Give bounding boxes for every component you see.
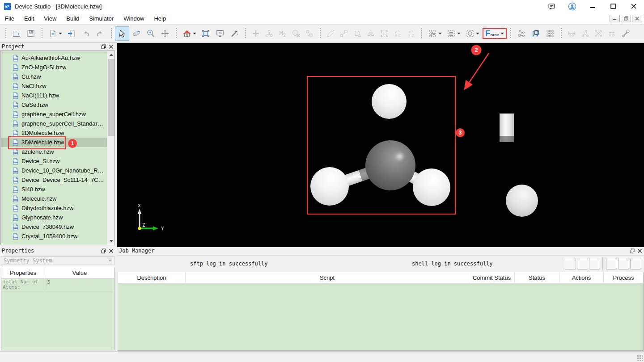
job-manager-float-button[interactable] [630, 248, 635, 253]
redo-button[interactable] [93, 26, 107, 41]
zoom-tool-button[interactable] [144, 26, 158, 41]
project-file-device-device-sc111-14-7cnt-[interactable]: hzwDevice_Device_Sc111-14_7CNT... [1, 175, 114, 185]
redo-icon [96, 29, 105, 38]
chevron-down-icon[interactable] [476, 33, 479, 34]
undo-button[interactable] [79, 26, 93, 41]
properties-close-button[interactable] [109, 248, 114, 253]
auto-build-tool-button[interactable] [227, 26, 242, 41]
atom-hydrogen-back[interactable] [506, 185, 538, 217]
menu-window[interactable]: Window [119, 13, 149, 24]
project-file-nacl-111-hzw[interactable]: hzwNaCl(111).hzw [1, 91, 114, 100]
project-file-graphene-supercell-standardi-[interactable]: hzwgraphene_superCell_Standardi... [1, 119, 114, 128]
project-file-au-alkanethiol-au-hzw[interactable]: hzwAu-Alkanethiol-Au.hzw [1, 53, 114, 63]
hzw-file-icon: hzw [12, 92, 19, 99]
properties-float-button[interactable] [101, 248, 106, 253]
close-button[interactable] [623, 0, 644, 13]
mdi-restore-button[interactable] [621, 15, 631, 22]
project-file-glyphosate-hzw[interactable]: hzwGlyphosate.hzw [1, 213, 114, 222]
chevron-down-icon[interactable] [438, 33, 442, 34]
fit-screen-tool-icon [216, 29, 225, 38]
pan-tool-button[interactable] [158, 26, 172, 41]
hzw-file-icon: hzw [12, 130, 19, 137]
chevron-down-icon[interactable] [457, 33, 461, 34]
rotate-atoms-icon [353, 29, 362, 38]
menu-simulator[interactable]: Simulator [84, 13, 119, 24]
chevron-down-icon[interactable] [59, 33, 62, 34]
chevron-down-icon[interactable] [193, 33, 196, 34]
symmetry-system-select[interactable]: Symmetry System [1, 256, 114, 265]
build-bond-icon [621, 29, 630, 38]
project-file-device-10-0gr-nanotube-red-[interactable]: hzwDevice_10_0Gr_Nanotube_Red... [1, 166, 114, 175]
measure-ab-icon: AB [607, 29, 616, 38]
menu-edit[interactable]: Edit [19, 13, 39, 24]
chevron-down-icon[interactable] [500, 33, 504, 34]
minimize-button[interactable] [582, 0, 603, 13]
project-file-azulene-hzw[interactable]: hzwazulene.hzw [1, 147, 114, 156]
build-bond-button[interactable] [619, 26, 633, 41]
select-region-tool-button[interactable] [199, 26, 213, 41]
import-file-button[interactable] [64, 26, 79, 41]
settings-gear-button[interactable] [606, 258, 617, 269]
main-toolbar: ABAB–CXY–ZForceAB [0, 25, 644, 43]
menu-build[interactable]: Build [61, 13, 84, 24]
atom-hydrogen-top[interactable] [372, 84, 407, 119]
project-file-zno-mgo-si-hzw[interactable]: hzwZnO-MgO-Si.hzw [1, 63, 114, 72]
project-scrollbar[interactable] [107, 51, 114, 245]
project-file-crystal-1058400-hzw[interactable]: hzwCrystal_1058400.hzw [1, 232, 114, 241]
mdi-minimize-button[interactable] [610, 15, 620, 22]
scroll-up-button[interactable] [107, 51, 115, 59]
file-transfer-icon [591, 260, 599, 268]
atom-hydrogen-right[interactable] [413, 168, 450, 206]
select-sphere-button[interactable] [463, 26, 482, 41]
atom-carbon[interactable] [365, 140, 415, 190]
project-file-nacl-hzw[interactable]: hzwNaCl.hzw [1, 81, 114, 91]
job-queue-button[interactable] [618, 258, 629, 269]
project-file-gase-hzw[interactable]: hzwGaSe.hzw [1, 100, 114, 109]
project-close-button[interactable] [109, 44, 114, 49]
menu-file[interactable]: File [0, 13, 19, 24]
build-crystal-button[interactable] [529, 26, 543, 41]
message-button[interactable] [541, 0, 562, 13]
atom-hydrogen-left[interactable] [310, 167, 349, 206]
shell-login-button[interactable] [565, 258, 576, 269]
project-file-graphene-supercell-hzw[interactable]: hzwgraphene_superCell.hzw [1, 109, 114, 119]
project-file-2dmolecule-hzw[interactable]: hzw2DMolecule.hzw [1, 128, 114, 138]
project-file-3dmolecule-hzw[interactable]: hzw3DMolecule.hzw [1, 138, 114, 147]
force-field-button[interactable]: Force [485, 30, 499, 37]
job-table: DescriptionScriptCommit StatusStatusActi… [118, 272, 644, 351]
scroll-down-button[interactable] [107, 237, 115, 245]
svg-text:hzw: hzw [13, 207, 18, 210]
select-molecule-button[interactable] [425, 26, 444, 41]
project-file-dihydrothiazole-hzw[interactable]: hzwDihydrothiazole.hzw [1, 203, 114, 213]
mdi-close-button[interactable] [632, 15, 642, 22]
menu-help[interactable]: Help [149, 13, 171, 24]
pan-tool-icon [161, 29, 169, 38]
resize-grip[interactable] [637, 355, 643, 361]
new-file-button[interactable] [46, 26, 64, 41]
project-file-si40-hzw[interactable]: hzwSi40.hzw [1, 185, 114, 194]
menu-view[interactable]: View [39, 13, 61, 24]
rotate-view-tool-button[interactable] [129, 26, 144, 41]
viewport-3d[interactable]: X Y Z [117, 43, 644, 247]
select-layer-button[interactable] [444, 26, 463, 41]
build-supercell-button[interactable] [543, 26, 557, 41]
save-file-button[interactable] [24, 26, 38, 41]
job-manager-close-button[interactable] [637, 248, 642, 253]
project-file-molecule-hzw[interactable]: hzwMolecule.hzw [1, 194, 114, 203]
project-float-button[interactable] [101, 44, 106, 49]
project-file-device-si-hzw[interactable]: hzwDevice_Si.hzw [1, 156, 114, 166]
reset-view-button[interactable] [180, 26, 199, 41]
account-button[interactable] [562, 0, 582, 13]
refresh-button[interactable] [630, 258, 641, 269]
project-file-cu-hzw[interactable]: hzwCu.hzw [1, 72, 114, 81]
sftp-login-button[interactable] [577, 258, 588, 269]
maximize-button[interactable] [603, 0, 623, 13]
project-file-device-738049-hzw[interactable]: hzwDevice_738049.hzw [1, 222, 114, 232]
open-project-button[interactable] [9, 26, 24, 41]
build-cluster-button[interactable] [514, 26, 529, 41]
file-transfer-button[interactable] [589, 258, 600, 269]
fit-screen-tool-button[interactable] [213, 26, 227, 41]
prop-col-properties: Properties [1, 267, 45, 278]
select-tool-button[interactable] [115, 26, 129, 41]
scrollbar-thumb[interactable] [108, 59, 114, 136]
